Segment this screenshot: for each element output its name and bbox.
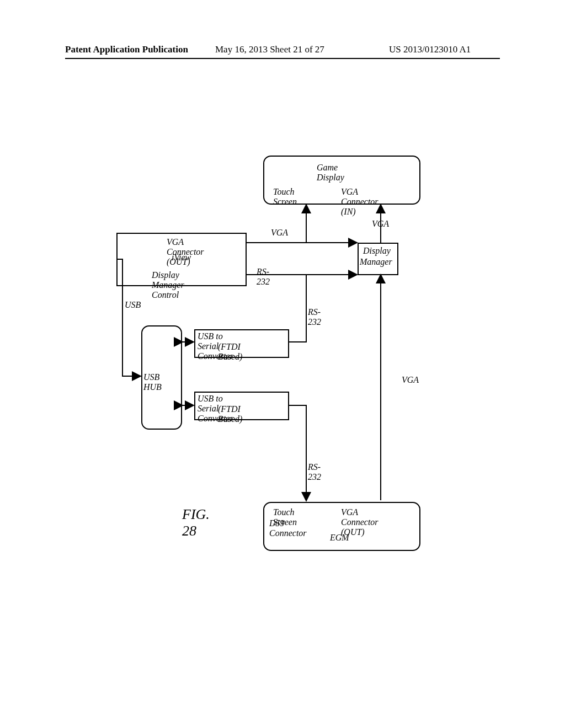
conn-vga-mid: VGA — [271, 228, 288, 238]
usb-hub-label: USB HUB — [143, 372, 162, 392]
iview-port-bottom: Display Manager Control — [152, 270, 184, 300]
figure-label: FIG. 28 — [182, 506, 210, 539]
diagram-connectors — [0, 0, 565, 728]
iview-title: iView — [172, 253, 191, 263]
conn-vga-top-right: VGA — [372, 219, 389, 229]
conn-usb: USB — [125, 300, 141, 310]
header-left: Patent Application Publication — [65, 44, 188, 55]
header-rule — [65, 58, 500, 59]
header-center: May 16, 2013 Sheet 21 of 27 — [215, 44, 324, 55]
display-manager-line1: Display — [363, 246, 391, 256]
egm-port-left-2: D59 Connector — [269, 518, 307, 538]
egm-title: EGM — [330, 533, 349, 543]
conn-rs232-bottom: RS-232 — [308, 462, 321, 482]
converter2-line2: (FTDI Based) — [218, 404, 242, 424]
display-manager-line2: Manager — [360, 257, 392, 267]
conn-vga-right: VGA — [402, 375, 419, 385]
game-display-port-left: Touch Screen — [273, 187, 297, 207]
game-display-title: Game Display — [317, 163, 344, 183]
header-right: US 2013/0123010 A1 — [389, 44, 471, 55]
converter1-line2: (FTDI Based) — [218, 342, 242, 362]
game-display-port-right: VGA Connector (IN) — [341, 187, 379, 217]
conn-rs232-mid2: RS-232 — [308, 307, 321, 327]
conn-rs232-mid: RS-232 — [257, 267, 270, 287]
